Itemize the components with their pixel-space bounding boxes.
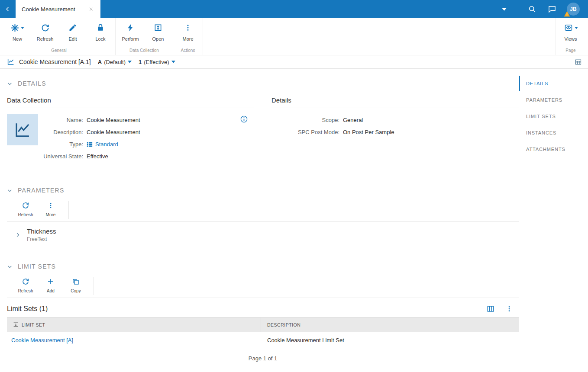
chevron-down-icon [575, 27, 578, 29]
limit-set-column-icon [13, 322, 19, 327]
version-selector[interactable]: A (Default) [98, 59, 132, 65]
entity-title: Cookie Measurement [A.1] [19, 58, 91, 65]
collapse-chevron-icon [7, 188, 13, 193]
limit-set-description: Cookie Measurement Limit Set [261, 337, 519, 343]
ribbon-toolbar: New Refresh Edit [0, 18, 588, 55]
tab-title: Cookie Measurement [22, 6, 86, 13]
content-area: DETAILS Data Collection Name: Cookie Mea… [0, 69, 588, 372]
details-section-title: DETAILS [18, 80, 46, 87]
copy-label: Copy [71, 289, 81, 293]
version-value: A [98, 59, 102, 65]
field-value: General [343, 114, 363, 126]
parameters-section-header[interactable]: PARAMETERS [7, 187, 519, 194]
field-row-description: Description: Cookie Measurement [42, 126, 254, 138]
ribbon-group-page: Views Page [556, 18, 585, 55]
more-button[interactable]: More [174, 18, 202, 48]
limit-set-table-row[interactable]: Cookie Measurement [A] Cookie Measuremen… [7, 332, 519, 348]
topbar-actions: JB [495, 0, 588, 18]
ribbon-group-actions: More Actions [173, 18, 203, 55]
entity-title-bar: Cookie Measurement [A.1] A (Default) 1 (… [0, 55, 588, 69]
field-label: Description: [42, 126, 87, 138]
add-plus-icon [47, 278, 55, 285]
data-collection-chart-icon [7, 58, 15, 66]
back-chevron-icon [4, 5, 12, 13]
limit-set-link[interactable]: Cookie Measurement [A] [7, 337, 261, 343]
more-label: More [46, 212, 56, 217]
ribbon-group-data-collection: Perform Open Data Collection [116, 18, 173, 55]
refresh-icon [41, 23, 50, 32]
field-label: SPC Post Mode: [271, 126, 343, 138]
new-button[interactable]: New [3, 18, 31, 48]
limit-sets-add-button[interactable]: Add [38, 274, 63, 298]
back-button[interactable] [0, 0, 16, 18]
column-options-button[interactable] [487, 305, 494, 313]
perform-button-label: Perform [122, 36, 139, 42]
list-more-button[interactable] [506, 305, 513, 313]
field-label: Name: [42, 114, 87, 126]
columns-icon [487, 305, 494, 313]
field-row-scope: Scope: General [271, 114, 519, 126]
data-collection-panel: Data Collection Name: Cookie Measurement… [7, 96, 254, 163]
field-value: Cookie Measurement [87, 126, 140, 138]
limit-sets-refresh-button[interactable]: Refresh [13, 274, 38, 298]
topbar-dropdown-button[interactable] [495, 0, 513, 18]
revision-suffix: (Effective) [144, 59, 169, 65]
chevron-down-icon [502, 8, 507, 11]
revision-selector[interactable]: 1 (Effective) [139, 59, 175, 65]
info-icon [240, 115, 248, 123]
field-row-spc-post-mode: SPC Post Mode: On Post Per Sample [271, 126, 519, 138]
chevron-down-icon [21, 27, 24, 29]
search-button[interactable] [522, 0, 542, 18]
tab-close-icon[interactable] [86, 3, 97, 15]
nav-item-attachments[interactable]: ATTACHMENTS [519, 141, 588, 157]
details-section-header[interactable]: DETAILS [7, 80, 519, 87]
field-label: Type: [42, 138, 87, 151]
parameter-row-thickness: Thickness FreeText [7, 222, 519, 248]
user-menu-button[interactable]: JB [562, 0, 585, 18]
edit-button[interactable]: Edit [59, 18, 87, 48]
column-header-description[interactable]: DESCRIPTION [261, 317, 519, 332]
nav-item-details[interactable]: DETAILS [519, 76, 588, 91]
field-value: On Post Per Sample [343, 126, 394, 138]
lock-button[interactable]: Lock [87, 18, 114, 48]
nav-item-limit-sets[interactable]: LIMIT SETS [519, 109, 588, 124]
field-value: Cookie Measurement [87, 114, 140, 126]
version-suffix: (Default) [104, 59, 126, 65]
info-button[interactable] [240, 115, 248, 123]
parameters-section-title: PARAMETERS [18, 187, 64, 194]
nav-item-instances[interactable]: INSTANCES [519, 125, 588, 141]
revision-value: 1 [139, 59, 142, 65]
parameters-more-button[interactable]: More [38, 198, 63, 221]
messages-button[interactable] [542, 0, 562, 18]
main-panel: DETAILS Data Collection Name: Cookie Mea… [0, 69, 519, 372]
toolbar-divider [94, 277, 94, 295]
limit-sets-section-header[interactable]: LIMIT SETS [7, 263, 519, 270]
tab-cookie-measurement[interactable]: Cookie Measurement [16, 0, 100, 18]
pagination-label: Page 1 of 1 [7, 355, 519, 362]
field-row-universal-state: Universal State: Effective [42, 151, 254, 163]
add-label: Add [47, 289, 55, 293]
perform-button[interactable]: Perform [116, 18, 144, 48]
limit-sets-section-title: LIMIT SETS [18, 263, 56, 270]
type-link[interactable]: Standard [87, 138, 118, 151]
grid-view-button[interactable] [575, 58, 582, 66]
limit-sets-list-header: Limit Sets (1) [7, 305, 519, 313]
parameters-toolbar: Refresh More [7, 194, 519, 221]
perform-lightning-icon [126, 23, 135, 32]
chat-icon [548, 5, 556, 13]
field-label: Scope: [271, 114, 343, 126]
nav-item-parameters[interactable]: PARAMETERS [519, 92, 588, 108]
open-button[interactable]: Open [144, 18, 172, 48]
collapse-chevron-icon [7, 264, 13, 269]
views-button[interactable]: Views [557, 18, 585, 48]
details-panels: Data Collection Name: Cookie Measurement… [7, 96, 519, 163]
collapse-chevron-icon [7, 81, 13, 87]
column-header-label: DESCRIPTION [267, 322, 300, 327]
expand-chevron-icon[interactable] [11, 232, 24, 238]
refresh-button[interactable]: Refresh [31, 18, 59, 48]
copy-icon [72, 278, 80, 285]
parameter-name: Thickness [27, 228, 56, 235]
limit-sets-copy-button[interactable]: Copy [63, 274, 88, 298]
parameters-refresh-button[interactable]: Refresh [13, 198, 38, 221]
column-header-limit-set[interactable]: LIMIT SET [7, 317, 261, 332]
